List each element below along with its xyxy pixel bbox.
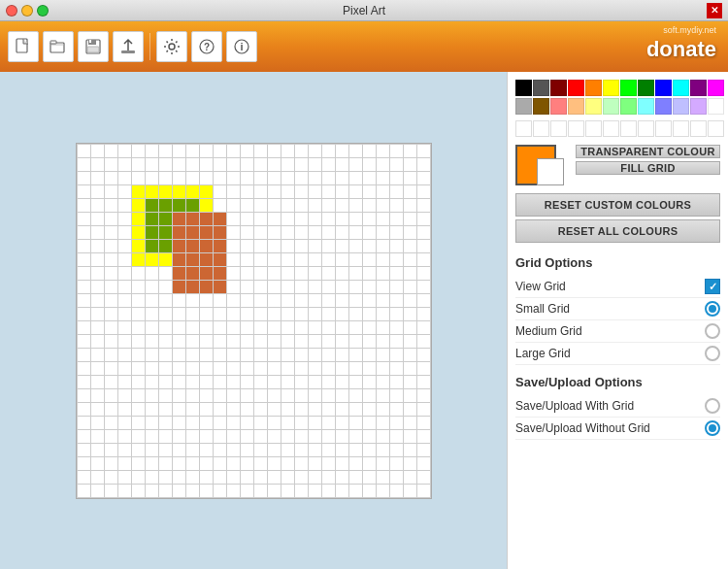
pixel-cell[interactable]	[417, 158, 431, 172]
pixel-cell[interactable]	[268, 430, 281, 444]
large-grid-radio[interactable]	[705, 346, 720, 361]
maximize-button[interactable]	[37, 5, 49, 17]
pixel-cell[interactable]	[390, 335, 404, 349]
pixel-cell[interactable]	[91, 213, 105, 226]
color-swatch[interactable]	[620, 98, 637, 115]
pixel-cell[interactable]	[227, 362, 241, 376]
pixel-cell[interactable]	[241, 145, 254, 158]
pixel-cell[interactable]	[132, 294, 146, 308]
custom-color-swatch[interactable]	[533, 120, 549, 137]
pixel-cell[interactable]	[363, 172, 377, 185]
pixel-cell[interactable]	[159, 240, 173, 253]
pixel-cell[interactable]	[404, 199, 417, 213]
reset-custom-colours-button[interactable]: RESET CUSTOM COLOURS	[515, 193, 720, 217]
pixel-cell[interactable]	[91, 471, 105, 485]
pixel-cell[interactable]	[390, 281, 404, 294]
pixel-cell[interactable]	[363, 321, 377, 335]
pixel-cell[interactable]	[404, 457, 417, 471]
pixel-cell[interactable]	[417, 403, 431, 417]
pixel-cell[interactable]	[173, 226, 186, 240]
pixel-cell[interactable]	[78, 389, 91, 403]
pixel-cell[interactable]	[322, 321, 336, 335]
pixel-cell[interactable]	[78, 253, 91, 267]
pixel-cell[interactable]	[91, 145, 105, 158]
pixel-cell[interactable]	[417, 389, 431, 403]
pixel-cell[interactable]	[254, 267, 268, 281]
pixel-cell[interactable]	[146, 321, 159, 335]
pixel-cell[interactable]	[214, 444, 227, 457]
pixel-cell[interactable]	[295, 145, 309, 158]
pixel-cell[interactable]	[227, 226, 241, 240]
pixel-cell[interactable]	[309, 185, 322, 199]
pixel-cell[interactable]	[417, 145, 431, 158]
pixel-cell[interactable]	[295, 430, 309, 444]
pixel-cell[interactable]	[390, 321, 404, 335]
pixel-cell[interactable]	[227, 403, 241, 417]
pixel-cell[interactable]	[173, 444, 186, 457]
pixel-cell[interactable]	[159, 226, 173, 240]
pixel-cell[interactable]	[214, 158, 227, 172]
pixel-cell[interactable]	[295, 485, 309, 498]
pixel-cell[interactable]	[241, 403, 254, 417]
pixel-cell[interactable]	[322, 349, 336, 362]
pixel-cell[interactable]	[281, 281, 295, 294]
pixel-cell[interactable]	[173, 417, 186, 430]
pixel-cell[interactable]	[254, 199, 268, 213]
pixel-cell[interactable]	[118, 172, 132, 185]
pixel-cell[interactable]	[200, 362, 214, 376]
pixel-cell[interactable]	[200, 294, 214, 308]
pixel-cell[interactable]	[268, 403, 281, 417]
pixel-cell[interactable]	[118, 281, 132, 294]
pixel-cell[interactable]	[105, 362, 118, 376]
pixel-cell[interactable]	[390, 362, 404, 376]
pixel-cell[interactable]	[159, 444, 173, 457]
pixel-cell[interactable]	[363, 308, 377, 321]
pixel-cell[interactable]	[146, 226, 159, 240]
pixel-cell[interactable]	[336, 226, 349, 240]
pixel-cell[interactable]	[173, 185, 186, 199]
pixel-cell[interactable]	[241, 213, 254, 226]
pixel-cell[interactable]	[281, 389, 295, 403]
pixel-cell[interactable]	[159, 267, 173, 281]
pixel-cell[interactable]	[159, 376, 173, 389]
upload-button[interactable]	[113, 31, 144, 62]
pixel-cell[interactable]	[132, 145, 146, 158]
pixel-cell[interactable]	[105, 267, 118, 281]
pixel-cell[interactable]	[132, 281, 146, 294]
pixel-cell[interactable]	[78, 321, 91, 335]
pixel-cell[interactable]	[417, 281, 431, 294]
pixel-cell[interactable]	[417, 430, 431, 444]
pixel-cell[interactable]	[159, 308, 173, 321]
pixel-cell[interactable]	[118, 430, 132, 444]
pixel-cell[interactable]	[349, 172, 363, 185]
pixel-cell[interactable]	[146, 267, 159, 281]
pixel-cell[interactable]	[281, 213, 295, 226]
pixel-cell[interactable]	[254, 158, 268, 172]
pixel-cell[interactable]	[349, 213, 363, 226]
pixel-cell[interactable]	[173, 349, 186, 362]
pixel-cell[interactable]	[390, 253, 404, 267]
color-swatch[interactable]	[550, 98, 567, 115]
pixel-cell[interactable]	[214, 199, 227, 213]
pixel-cell[interactable]	[295, 172, 309, 185]
pixel-cell[interactable]	[227, 253, 241, 267]
pixel-cell[interactable]	[268, 158, 281, 172]
pixel-cell[interactable]	[404, 485, 417, 498]
pixel-cell[interactable]	[349, 362, 363, 376]
pixel-cell[interactable]	[268, 240, 281, 253]
pixel-cell[interactable]	[309, 308, 322, 321]
pixel-cell[interactable]	[404, 335, 417, 349]
pixel-cell[interactable]	[227, 335, 241, 349]
pixel-cell[interactable]	[227, 417, 241, 430]
pixel-cell[interactable]	[268, 417, 281, 430]
pixel-cell[interactable]	[78, 199, 91, 213]
pixel-cell[interactable]	[377, 213, 390, 226]
pixel-cell[interactable]	[254, 294, 268, 308]
pixel-cell[interactable]	[281, 321, 295, 335]
pixel-cell[interactable]	[132, 240, 146, 253]
pixel-cell[interactable]	[186, 417, 200, 430]
pixel-cell[interactable]	[227, 308, 241, 321]
pixel-cell[interactable]	[78, 294, 91, 308]
pixel-cell[interactable]	[254, 362, 268, 376]
pixel-cell[interactable]	[227, 185, 241, 199]
